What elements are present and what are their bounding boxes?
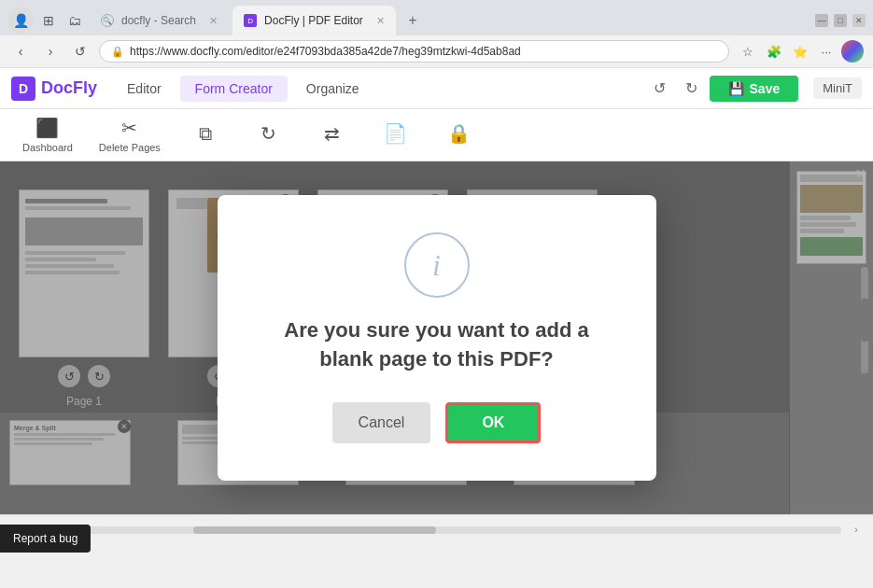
copy-icon: ⧉ xyxy=(199,123,212,145)
tab-docfly-favicon: D xyxy=(244,14,257,27)
maximize-button[interactable]: □ xyxy=(834,14,847,27)
modal-message: Are you sure you want to add a blank pag… xyxy=(264,316,610,374)
bottom-bar: ‹ › xyxy=(0,514,873,544)
scissors-icon: ✂ xyxy=(121,117,137,139)
scrollbar[interactable] xyxy=(32,526,841,534)
address-text: https://www.docfly.com/editor/e24f7093bd… xyxy=(130,45,717,58)
toolbar: ⬛ Dashboard ✂ Delete Pages ⧉ ↻ ⇄ 📄 🔒 xyxy=(0,109,873,161)
save-label: Save xyxy=(750,81,781,96)
modal-buttons: Cancel OK xyxy=(332,402,542,443)
toolbar-rotate[interactable]: ↻ xyxy=(239,119,299,151)
dashboard-icon: ⬛ xyxy=(35,117,59,139)
bookmark-icon[interactable]: ☆ xyxy=(737,40,759,63)
modal-info-icon: i xyxy=(432,248,441,283)
scroll-right-button[interactable]: › xyxy=(849,523,864,538)
browser-tab-docfly[interactable]: D DocFly | PDF Editor ✕ xyxy=(232,6,396,35)
new-tab-button[interactable]: + xyxy=(400,7,426,34)
undo-button[interactable]: ↺ xyxy=(646,75,674,103)
profile-icon[interactable]: ⭐ xyxy=(789,40,811,63)
tab-docfly-label: DocFly | PDF Editor xyxy=(264,14,363,27)
extensions-icon[interactable]: 🗂 xyxy=(63,9,86,32)
main-area: ↺ ↻ Page 1 img ✕ ↺ ↻ Page 2 xyxy=(0,161,873,514)
modal-icon-circle: i xyxy=(404,232,470,298)
tab-search-close[interactable]: ✕ xyxy=(209,15,218,27)
docfly-logo: D DocFly xyxy=(11,77,97,101)
nav-tab-editor[interactable]: Editor xyxy=(112,76,176,102)
modal-cancel-button[interactable]: Cancel xyxy=(332,402,431,443)
toolbar-lock[interactable]: 🔒 xyxy=(429,119,489,151)
user-button[interactable]: MiniT xyxy=(813,77,862,99)
add-page-icon: 📄 xyxy=(384,122,407,145)
lock-icon: 🔒 xyxy=(111,46,124,58)
back-button[interactable]: ‹ xyxy=(9,40,32,63)
toolbar-delete-pages[interactable]: ✂ Delete Pages xyxy=(88,113,172,157)
tab-search-label: docfly - Search xyxy=(121,14,196,27)
minimize-button[interactable]: — xyxy=(815,14,828,27)
logo-icon: D xyxy=(11,77,35,101)
rotate-icon: ↻ xyxy=(260,122,276,145)
modal-ok-button[interactable]: OK xyxy=(445,402,541,443)
toolbar-dashboard[interactable]: ⬛ Dashboard xyxy=(11,113,84,157)
browser-addressbar: ‹ › ↺ 🔒 https://www.docfly.com/editor/e2… xyxy=(0,35,873,68)
browser-logo-icon[interactable] xyxy=(841,40,864,63)
forward-button[interactable]: › xyxy=(39,40,62,63)
report-bug-button[interactable]: Report a bug xyxy=(0,525,91,553)
scroll-thumb[interactable] xyxy=(193,526,436,534)
lock-icon: 🔒 xyxy=(447,122,471,145)
tab-docfly-close[interactable]: ✕ xyxy=(376,15,385,27)
nav-tab-organize[interactable]: Organize xyxy=(291,76,374,102)
dashboard-label: Dashboard xyxy=(22,142,73,153)
user-icon[interactable]: 👤 xyxy=(7,7,34,34)
close-button[interactable]: ✕ xyxy=(852,14,866,27)
window-controls: — □ ✕ xyxy=(815,14,866,27)
extensions-btn-icon[interactable]: 🧩 xyxy=(763,40,785,63)
logo-text: DocFly xyxy=(41,78,97,98)
toolbar-move[interactable]: ⇄ xyxy=(303,119,362,151)
save-button[interactable]: 💾 Save xyxy=(710,76,799,102)
tabs-icon[interactable]: ⊞ xyxy=(37,9,60,32)
address-bar[interactable]: 🔒 https://www.docfly.com/editor/e24f7093… xyxy=(99,40,729,63)
refresh-button[interactable]: ↺ xyxy=(69,40,92,63)
toolbar-add-page[interactable]: 📄 xyxy=(366,119,426,151)
delete-pages-label: Delete Pages xyxy=(99,142,161,153)
save-icon: 💾 xyxy=(728,81,744,96)
redo-button[interactable]: ↻ xyxy=(678,75,706,103)
browser-titlebar: 👤 ⊞ 🗂 🔍 docfly - Search ✕ D DocFly | PDF… xyxy=(0,0,873,35)
modal-overlay: i Are you sure you want to add a blank p… xyxy=(0,161,873,514)
more-icon[interactable]: ··· xyxy=(815,40,838,63)
app-header: D DocFly Editor Form Creator Organize ↺ … xyxy=(0,68,873,109)
browser-chrome: 👤 ⊞ 🗂 🔍 docfly - Search ✕ D DocFly | PDF… xyxy=(0,0,873,68)
browser-tab-search[interactable]: 🔍 docfly - Search ✕ xyxy=(90,6,229,35)
modal-dialog: i Are you sure you want to add a blank p… xyxy=(218,195,656,481)
nav-tab-form-creator[interactable]: Form Creator xyxy=(180,76,288,102)
browser-nav-icons: ☆ 🧩 ⭐ ··· xyxy=(737,40,864,63)
toolbar-copy-pages[interactable]: ⧉ xyxy=(176,119,235,151)
undo-redo-group: ↺ ↻ xyxy=(646,75,706,103)
move-icon: ⇄ xyxy=(324,122,340,145)
tab-search-favicon: 🔍 xyxy=(101,14,114,27)
